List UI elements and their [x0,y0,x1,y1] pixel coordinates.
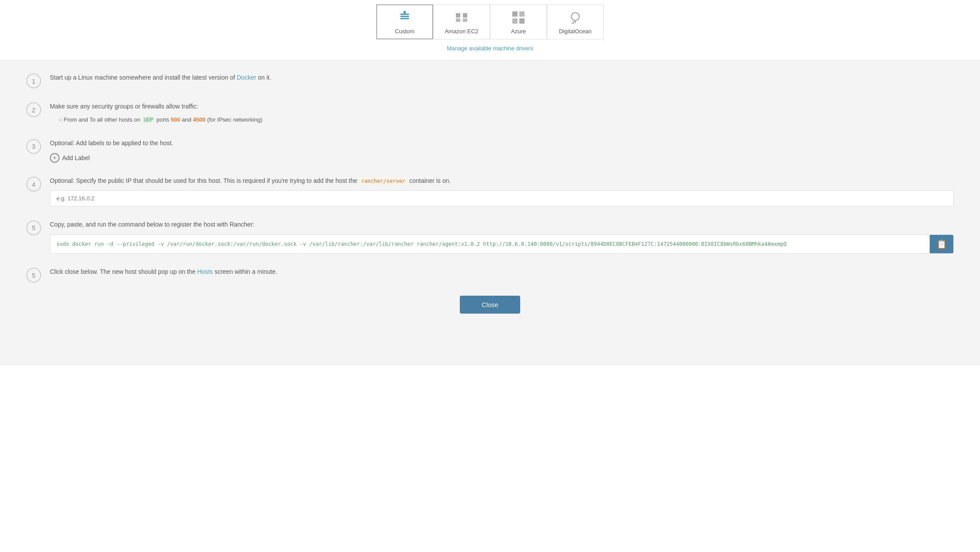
custom-icon [397,10,413,25]
port-500: 500 [171,116,180,123]
step-5b-body: Click close below. The new host should p… [50,267,954,276]
step-number-3: 3 [26,139,41,154]
svg-rect-0 [400,16,409,17]
step-3: 3 Optional: Add labels to be applied to … [26,138,954,163]
svg-point-13 [571,13,579,21]
svg-point-3 [403,11,406,14]
step-1-text-before: Start up a Linux machine somewhere and i… [50,74,237,81]
step-5-body: Copy, paste, and run the command below t… [50,220,954,254]
svg-rect-1 [400,18,409,19]
bullet-prefix: From and To all other hosts on [63,116,142,123]
step-3-body: Optional: Add labels to be applied to th… [50,138,954,163]
copy-button[interactable]: 📋 [930,235,953,253]
tab-azure-label: Azure [511,28,526,35]
step-5b-prefix: Click close below. The new host should p… [50,268,197,275]
close-button[interactable]: Close [460,296,520,314]
bullet-suffix: (for IPsec networking) [206,116,262,123]
hosts-link[interactable]: Hosts [197,268,213,275]
step-2-text: Make sure any security groups or firewal… [50,101,954,111]
tab-custom-label: Custom [395,28,415,35]
tab-digitalocean[interactable]: DigitalOcean [547,4,604,39]
docker-link[interactable]: Docker [237,74,256,81]
svg-rect-6 [463,13,467,17]
svg-rect-9 [512,11,518,17]
azure-icon [511,10,526,25]
port-4500: 4500 [193,116,206,123]
udp-badge: UDP [142,116,155,123]
tab-amazon-ec2[interactable]: Amazon EC2 [433,4,490,39]
copy-icon: 📋 [936,239,947,249]
step-number-1: 1 [26,73,41,88]
step-1-text-after: on it. [256,74,271,81]
manage-link-wrapper: Manage available machine drivers [0,39,980,59]
provider-tabs: Custom Amazon EC2 Azure [0,0,980,39]
step-2: 2 Make sure any security groups or firew… [26,101,954,125]
tab-amazon-label: Amazon EC2 [445,28,479,35]
command-wrapper: sudo docker run -d --privileged -v /var/… [50,234,954,254]
tab-azure[interactable]: Azure [490,4,547,39]
bullet-middle: ports [155,116,171,123]
step-2-body: Make sure any security groups or firewal… [50,101,954,125]
manage-drivers-link[interactable]: Manage available machine drivers [447,45,533,52]
step-1-text: Start up a Linux machine somewhere and i… [50,73,954,82]
ip-input[interactable] [50,190,954,206]
amazon-icon [454,10,469,25]
step-5-text: Copy, paste, and run the command below t… [50,220,954,229]
step-5-close: 5 Click close below. The new host should… [26,267,954,283]
svg-rect-12 [519,18,525,24]
step-5-command: 5 Copy, paste, and run the command below… [26,220,954,254]
svg-rect-2 [400,14,409,15]
bullet-and: and [180,116,193,123]
step-3-text: Optional: Add labels to be applied to th… [50,138,954,148]
svg-rect-11 [512,18,518,24]
tab-digitalocean-label: DigitalOcean [559,28,592,35]
command-text: sudo docker run -d --privileged -v /var/… [50,235,930,253]
step-number-5b: 5 [26,268,41,283]
step-number-4: 4 [26,177,41,192]
close-wrapper: Close [26,296,954,314]
add-label-button[interactable]: + Add Label [50,153,90,163]
step-4-body: Optional: Specify the public IP that sho… [50,176,954,206]
step-4-text: Optional: Specify the public IP that sho… [50,176,954,185]
svg-rect-7 [456,18,460,22]
step-4: 4 Optional: Specify the public IP that s… [26,176,954,206]
svg-rect-8 [463,18,467,22]
svg-rect-5 [456,13,460,17]
digitalocean-icon [567,10,583,25]
step-1: 1 Start up a Linux machine somewhere and… [26,73,954,88]
svg-rect-10 [519,11,525,17]
add-label-text: Add Label [62,154,90,161]
step-2-bullets: From and To all other hosts on UDP ports… [50,115,954,125]
step-1-body: Start up a Linux machine somewhere and i… [50,73,954,82]
step-number-2: 2 [26,102,41,117]
step-5b-text: Click close below. The new host should p… [50,267,954,276]
step-4-suffix: container is on. [408,177,451,184]
step-5b-suffix: screen within a minute. [213,268,277,275]
step-number-5a: 5 [26,220,41,235]
main-content: 1 Start up a Linux machine somewhere and… [0,59,980,366]
rancher-server-code: rancher/server [359,178,407,185]
step-4-prefix: Optional: Specify the public IP that sho… [50,177,359,184]
tab-custom[interactable]: Custom [376,4,433,39]
plus-icon: + [50,153,60,163]
step-2-bullet-1: From and To all other hosts on UDP ports… [59,115,954,125]
